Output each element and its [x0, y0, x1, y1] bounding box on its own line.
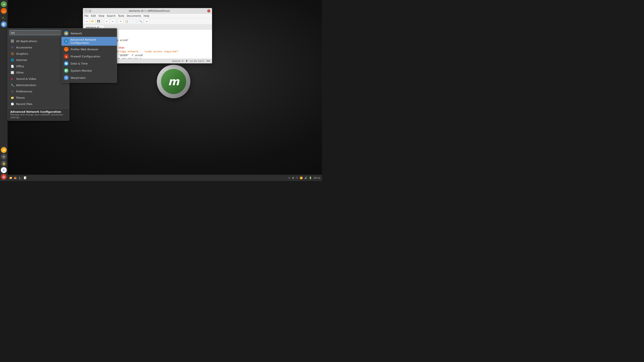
sidebar-item-office[interactable]: 📄 Office	[8, 63, 69, 69]
network-icon: 📶	[64, 31, 68, 36]
editor-titlebar: ─ □ startaros.sh (~/AROS/boot/linux) ✕	[83, 8, 212, 14]
menu-selected-app-desc: Manage and change your network connectio…	[10, 113, 67, 119]
menu-selected-app-title: Advanced Network Configuration	[10, 110, 67, 113]
recent-icon: 🕐	[10, 102, 14, 106]
network-icon[interactable]: 🖥	[292, 177, 294, 179]
app-item-datetime[interactable]: 🕐 Date & Time	[62, 60, 117, 67]
svg-text:⚙: ⚙	[65, 40, 67, 42]
taskbar-files-icon[interactable]: 📁	[9, 176, 12, 179]
power-taskbar-icon[interactable]: ⏻	[1, 174, 7, 180]
taskbar-bottom: 📁 🦊 $_ 📝 ⬡ 🖥 🛡 📶 🔊 🔋 20:11	[8, 175, 322, 181]
window-maximize-button[interactable]: □	[88, 9, 92, 12]
firewall-icon: 🔥	[64, 54, 68, 59]
editor-title: startaros.sh (~/AROS/boot/linux)	[92, 9, 206, 12]
menu-bottom-info: Advanced Network Configuration Manage an…	[8, 108, 69, 120]
menu-help[interactable]: Help	[144, 14, 149, 17]
datetime-icon: 🕐	[64, 61, 68, 66]
sidebar-item-administration[interactable]: 🔧 Administration	[8, 82, 69, 88]
window-close-button[interactable]: ✕	[207, 9, 210, 12]
sidebar-item-graphics[interactable]: 🖼 Graphics	[8, 50, 69, 57]
sidebar-item-accessories[interactable]: ⚒ Accessories	[8, 44, 69, 50]
firefox-icon: 🦊	[64, 47, 68, 51]
places-label: Places	[16, 96, 25, 99]
app-item-advanced-network[interactable]: ⚙ Advanced Network Configuration	[62, 37, 117, 46]
battery-icon[interactable]: 🔋	[309, 177, 312, 179]
menu-documents[interactable]: Documents	[127, 14, 141, 17]
app-item-firefox[interactable]: 🦊 Firefox Web Browser	[62, 46, 117, 53]
search-container[interactable]: ✕	[10, 30, 68, 35]
menu-edit[interactable]: Edit	[91, 14, 96, 17]
admin-icon: 🔧	[10, 83, 14, 87]
status-position: Ln 14, Col 5	[190, 60, 204, 62]
taskbar-editor-bottom-icon[interactable]: 📝	[24, 176, 27, 179]
mint-menu-button[interactable]: m	[1, 1, 7, 7]
google-taskbar-icon[interactable]: G	[1, 167, 7, 173]
status-mode: INS	[206, 60, 210, 62]
editor-menubar: File Edit View Search Tools Documents He…	[83, 14, 212, 18]
search-input[interactable]	[11, 31, 64, 34]
lock-taskbar-icon[interactable]: 🔒	[1, 160, 7, 166]
sidebar-item-all[interactable]: All Applications	[8, 38, 69, 44]
sidebar-item-other[interactable]: ⬜ Other	[8, 69, 69, 76]
toolbar-open-button[interactable]: 📂	[90, 19, 95, 24]
bluetooth-icon[interactable]: ⬡	[288, 177, 290, 179]
mint-logo: m	[152, 60, 194, 102]
toolbar-new-button[interactable]: ↩	[84, 19, 89, 24]
taskbar-firefox-bottom-icon[interactable]: 🦊	[14, 176, 17, 179]
wifi-icon[interactable]: 📶	[300, 177, 303, 179]
svg-text:m: m	[3, 3, 5, 5]
app-item-warpinator[interactable]: W Warpinator	[62, 74, 117, 81]
terminal-taskbar-icon[interactable]: $_	[1, 15, 7, 20]
menu-view[interactable]: View	[98, 14, 104, 17]
taskbar-terminal-bottom-icon[interactable]: $_	[18, 176, 22, 180]
shield-icon[interactable]: 🛡	[296, 177, 298, 179]
toolbar-cut-button[interactable]: ✂	[118, 19, 123, 24]
taskbar-bottom-apps: 📁 🦊 $_ 📝	[9, 176, 27, 180]
status-right: Spaces: 4 ▼ Ln 14, Col 5 INS	[172, 60, 210, 62]
taskbar-left: m 🦊 $_ 📝 📁 ⚙ 🔒 G ⏻	[0, 0, 8, 181]
adv-network-icon: ⚙	[64, 39, 68, 43]
toolbar-undo-button[interactable]: ↩	[104, 19, 109, 24]
sidebar-item-soundvideo[interactable]: ▶ Sound & Video	[8, 76, 69, 82]
sidebar-item-recentfiles[interactable]: 🕐 Recent Files	[8, 101, 69, 107]
graphics-icon: 🖼	[10, 51, 14, 56]
app-item-sysmon[interactable]: 📊 System Monitor	[62, 67, 117, 74]
volume-icon[interactable]: 🔊	[304, 177, 307, 179]
status-spaces: Spaces: 4	[172, 60, 183, 62]
internet-icon: 🌐	[10, 58, 14, 62]
menu-file[interactable]: File	[84, 14, 88, 17]
sidebar-item-internet[interactable]: 🌐 Internet	[8, 57, 69, 63]
toolbar-sep-3	[136, 19, 137, 23]
svg-text:📶: 📶	[65, 32, 68, 35]
settings-taskbar-icon[interactable]: ⚙	[1, 154, 7, 160]
sidebar-item-preferences[interactable]: ⚙ Preferences	[8, 88, 69, 94]
menu-tools[interactable]: Tools	[118, 14, 124, 17]
editor-toolbar: ↩ 📂 💾 ↩ ↪ ✂ 📋 📄 🔍 ↔	[83, 18, 212, 24]
accessories-label: Accessories	[16, 46, 32, 49]
app-label-firefox: Firefox Web Browser	[71, 48, 98, 51]
status-spaces-dropdown[interactable]: ▼	[186, 60, 188, 62]
toolbar-copy-button[interactable]: 📋	[124, 19, 129, 24]
prefs-icon: ⚙	[10, 89, 14, 93]
app-item-firewall[interactable]: 🔥 Firewall Configuration	[62, 53, 117, 60]
soundvideo-label: Sound & Video	[16, 77, 36, 80]
soundvideo-icon: ▶	[10, 77, 14, 81]
app-label-warpinator: Warpinator	[71, 76, 86, 79]
internet-label: Internet	[16, 58, 27, 62]
gedit-taskbar-icon[interactable]: 📝	[1, 21, 7, 27]
toolbar-redo-button[interactable]: ↪	[110, 19, 115, 24]
toolbar-sep-2	[116, 19, 117, 23]
sidebar-item-places[interactable]: 📁 Places	[8, 94, 69, 101]
window-minimize-button[interactable]: ─	[85, 9, 88, 12]
app-label-advanced-network: Advanced Network Configuration	[70, 38, 114, 44]
firefox-taskbar-icon[interactable]: 🦊	[1, 8, 7, 14]
app-item-network[interactable]: 📶 Network	[62, 30, 117, 37]
toolbar-replace-button[interactable]: ↔	[144, 19, 149, 24]
office-icon: 📄	[10, 64, 14, 68]
toolbar-paste-button[interactable]: 📄	[130, 19, 135, 24]
toolbar-save-button[interactable]: 💾	[96, 19, 101, 24]
files-taskbar-icon[interactable]: 📁	[1, 147, 7, 153]
app-label-network: Network	[71, 32, 82, 35]
toolbar-search-button[interactable]: 🔍	[138, 19, 143, 24]
menu-search[interactable]: Search	[107, 14, 116, 17]
